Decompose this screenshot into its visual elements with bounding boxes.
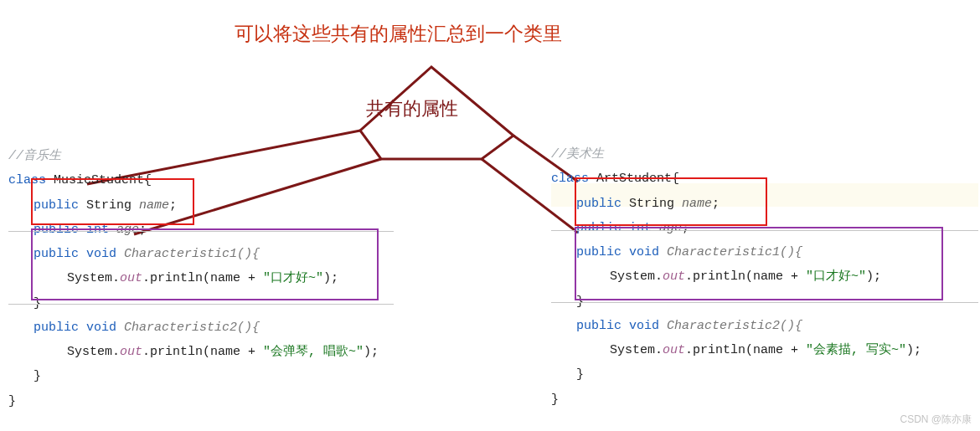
out: out	[663, 269, 685, 284]
keyword-public: public	[34, 198, 79, 213]
keyword-void: void	[629, 245, 659, 259]
shared-properties-label: 共有的属性	[366, 96, 458, 121]
keyword-void: void	[86, 321, 116, 335]
brace-close: }	[34, 296, 41, 310]
method-name: Characteristic2(){	[667, 319, 802, 333]
divider	[8, 304, 394, 305]
field-name: name	[682, 197, 712, 211]
stmt: System.	[610, 343, 663, 357]
comment: //音乐生	[8, 149, 61, 163]
brace-close: }	[34, 369, 41, 383]
code-block-art-student: //美术生 class ArtStudent{ public String na…	[551, 142, 921, 412]
comment: //美术生	[551, 147, 604, 162]
title-text: 可以将这些共有的属性汇总到一个类里	[235, 21, 562, 47]
divider	[551, 230, 978, 231]
brace-close: }	[551, 393, 559, 407]
stmt: .println(name +	[142, 345, 263, 359]
keyword-void: void	[629, 319, 659, 333]
divider	[8, 231, 394, 232]
keyword-public: public	[34, 223, 79, 237]
out: out	[120, 345, 142, 359]
type-string: String	[86, 198, 132, 213]
field-age: age	[659, 221, 682, 235]
keyword-public: public	[576, 319, 622, 333]
stmt: );	[906, 343, 921, 357]
method-name: Characteristic1(){	[124, 247, 260, 261]
divider	[551, 302, 978, 303]
string-literal: "会弹琴, 唱歌~"	[263, 345, 364, 359]
stmt: .println(name +	[142, 271, 263, 285]
field-age: age	[116, 223, 139, 237]
brace-close: }	[576, 295, 584, 309]
keyword-public: public	[34, 321, 79, 335]
brace-close: }	[8, 394, 16, 408]
stmt: );	[323, 271, 338, 285]
stmt: );	[866, 269, 881, 284]
code-block-music-student: //音乐生 class MusicStudent{ public String …	[8, 144, 379, 413]
stmt: .println(name +	[685, 343, 806, 357]
stmt: .println(name +	[685, 269, 806, 284]
keyword-class: class	[551, 172, 589, 186]
string-literal: "会素描, 写实~"	[806, 343, 906, 357]
stmt: System.	[67, 271, 120, 285]
class-name: MusicStudent{	[54, 173, 152, 187]
keyword-public: public	[576, 245, 622, 259]
keyword-public: public	[576, 197, 622, 211]
keyword-class: class	[8, 173, 46, 187]
keyword-public: public	[576, 221, 622, 235]
type-int: int	[86, 223, 109, 237]
stmt: System.	[610, 269, 663, 284]
keyword-public: public	[34, 247, 79, 261]
watermark: CSDN @陈亦康	[900, 413, 972, 427]
method-name: Characteristic2(){	[124, 321, 260, 335]
stmt: System.	[67, 345, 120, 359]
string-literal: "口才好~"	[263, 271, 323, 285]
type-int: int	[629, 221, 652, 235]
out: out	[120, 271, 142, 285]
keyword-void: void	[86, 247, 116, 261]
field-name: name	[139, 198, 169, 213]
method-name: Characteristic1(){	[667, 245, 802, 259]
out: out	[663, 343, 685, 357]
type-string: String	[629, 197, 674, 211]
string-literal: "口才好~"	[806, 269, 866, 284]
class-name: ArtStudent{	[596, 172, 679, 186]
stmt: );	[364, 345, 379, 359]
brace-close: }	[576, 367, 584, 382]
